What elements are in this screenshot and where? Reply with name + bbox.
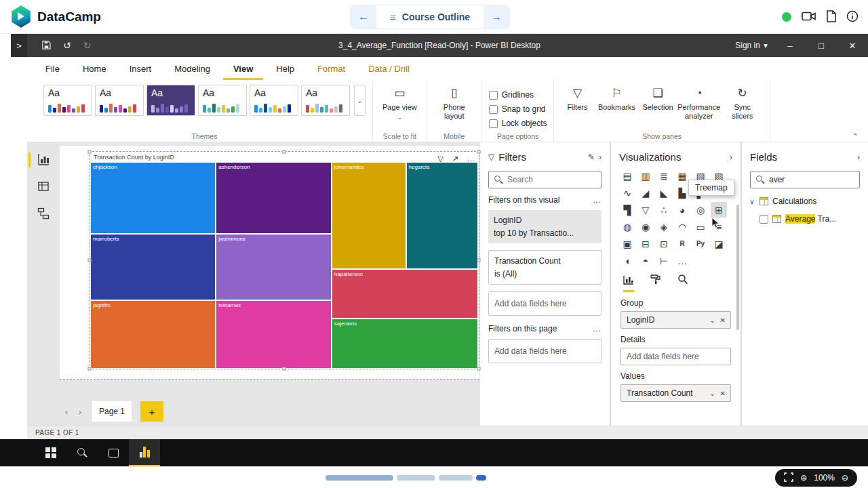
filter-dropzone[interactable]: Add data fields here [488,291,601,316]
treemap-icon[interactable]: ⊞ [711,202,727,218]
filter-dropzone[interactable]: Add data fields here [488,339,601,363]
filter-card-transaction-count[interactable]: Transaction Countis (All) [488,250,601,285]
scatter-chart-icon[interactable]: ∴ [656,202,672,218]
clustered-bar-chart-icon[interactable]: ≣ [656,168,672,184]
selection-handle[interactable] [283,150,286,154]
collapse-ribbon-button[interactable]: ⌃ [852,132,859,141]
well-dropzone[interactable]: Add data fields here [620,348,731,365]
progress-segment[interactable] [326,475,393,481]
collapse-fields-pane-icon[interactable]: › [857,152,860,162]
menu-tab-view[interactable]: View [223,58,263,80]
map-icon[interactable]: ◍ [619,219,635,235]
checkbox-snap-to-grid[interactable]: Snap to grid [489,104,547,114]
field-row[interactable]: Average Tra... [760,214,861,224]
sign-in-button[interactable]: Sign in ▾ [735,41,768,50]
field-checkbox[interactable] [760,215,768,224]
more-options-icon[interactable]: … [467,155,475,163]
checkbox-lock-objects[interactable]: Lock objects [489,119,547,128]
filled-map-icon[interactable]: ◉ [637,219,654,235]
table-icon[interactable]: ⊟ [637,236,654,251]
theme-thumbnail[interactable]: Aa [43,85,92,116]
r-script-visual-icon[interactable]: R [674,236,690,251]
page-tab[interactable]: Page 1 [92,401,132,422]
prev-page-icon[interactable]: ‹ [60,407,73,417]
taskbar-search-button[interactable] [66,439,98,466]
stacked-bar-chart-icon[interactable]: ▤ [619,168,635,184]
card-icon[interactable]: ▭ [692,219,709,235]
selection-handle[interactable] [88,150,92,154]
undo-button[interactable]: ↺ [63,41,71,50]
progress-segment[interactable] [476,475,486,481]
collapse-visualizations-pane-icon[interactable]: › [730,152,732,162]
kpi-icon[interactable]: ◪ [711,236,727,251]
treemap-tile[interactable]: jagriffin [90,300,216,369]
next-page-icon[interactable]: › [73,407,87,417]
chevron-down-icon[interactable]: ⌄ [709,390,715,397]
report-view-button[interactable] [27,146,60,174]
menu-tab-file[interactable]: File [35,58,70,80]
donut-chart-icon[interactable]: ◎ [692,202,709,218]
more-visuals-icon[interactable]: … [674,253,690,268]
field-pill-loginid[interactable]: LoginID⌄✕ [620,311,731,329]
collapse-table-icon[interactable]: ∨ [749,198,755,205]
selection-handle[interactable] [477,150,481,154]
theme-thumbnail[interactable]: Aa [198,85,247,116]
selection-handle[interactable] [477,367,481,371]
treemap-tile[interactable]: ashenderson [216,162,331,234]
theme-thumbnail[interactable]: Aa [146,85,195,116]
theme-thumbnail[interactable]: Aa [250,85,298,116]
page-view-button[interactable]: ▭ Page view ⌄ [380,85,420,122]
model-view-button[interactable] [27,201,60,228]
fields-tab[interactable] [623,275,634,292]
progress-segment[interactable] [397,475,435,481]
key-influencers-icon[interactable]: ◓ [637,253,654,268]
minimize-button[interactable]: – [774,34,806,57]
theme-thumbnail[interactable]: Aa [95,85,144,116]
forward-button[interactable]: → [484,5,509,28]
calculations-table-row[interactable]: ∨ Calculations [749,197,861,206]
python-visual-icon[interactable]: Py [692,236,709,251]
edit-filters-icon[interactable]: ✎ [588,152,595,162]
scrollbar[interactable] [736,205,739,330]
matrix-icon[interactable]: ⊡ [656,236,672,251]
menu-tab-help[interactable]: Help [266,58,304,80]
line-chart-icon[interactable]: ∿ [619,185,635,201]
treemap-tile[interactable]: sajenkins [332,319,478,369]
treemap-tile[interactable]: hegarcia [406,162,478,269]
powerbi-taskbar-button[interactable] [129,439,160,466]
camera-icon[interactable] [802,11,816,24]
slides-document-icon[interactable] [827,10,836,24]
bookmarks-button[interactable]: ⚐Bookmarks [596,85,637,121]
treemap-tile[interactable]: marroberts [90,234,216,300]
treemap-tile[interactable]: chjackson [90,162,216,234]
filters-button[interactable]: ▽Filters [561,85,593,121]
area-chart-icon[interactable]: ◢ [637,185,654,201]
fields-search-input[interactable] [769,175,854,184]
waterfall-chart-icon[interactable]: ▜ [619,202,635,218]
filter-card-loginid[interactable]: LoginIDtop 10 by Transactio... [488,210,601,243]
performance-analyzer-button[interactable]: ◔Performance analyzer [679,85,719,121]
back-button[interactable]: ← [351,5,376,28]
fullscreen-icon[interactable] [784,472,793,484]
stacked-area-chart-icon[interactable]: ◣ [656,185,672,201]
pie-chart-icon[interactable]: ◕ [674,202,690,218]
treemap-tile[interactable]: hapatterson [332,269,478,319]
selection-handle[interactable] [477,259,481,262]
sync-slicers-button[interactable]: ↻Sync slicers [722,85,763,121]
funnel-chart-icon[interactable]: ▽ [637,202,654,218]
menu-tab-home[interactable]: Home [73,58,117,80]
menu-tab-insert[interactable]: Insert [119,58,162,80]
checkbox-gridlines[interactable]: Gridlines [489,90,547,100]
focus-mode-icon[interactable]: ↗ [452,155,458,163]
close-button[interactable]: ✕ [837,34,868,57]
course-outline-button[interactable]: ≡ Course Outline [376,5,484,28]
zoom-out-icon[interactable]: ⊖ [842,473,848,483]
treemap-visual[interactable]: Transaction Count by LoginID chjacksonas… [89,151,479,369]
treemap-tile[interactable]: jwsimmons [216,234,331,300]
shape-map-icon[interactable]: ◈ [656,219,672,235]
menu-tab-format[interactable]: Format [307,58,355,80]
selection-handle[interactable] [88,259,92,262]
new-page-button[interactable]: + [140,401,163,422]
field-pill-transaction-count[interactable]: Transaction Count⌄✕ [620,384,731,402]
phone-layout-button[interactable]: ▯ Phone layout [434,85,475,121]
